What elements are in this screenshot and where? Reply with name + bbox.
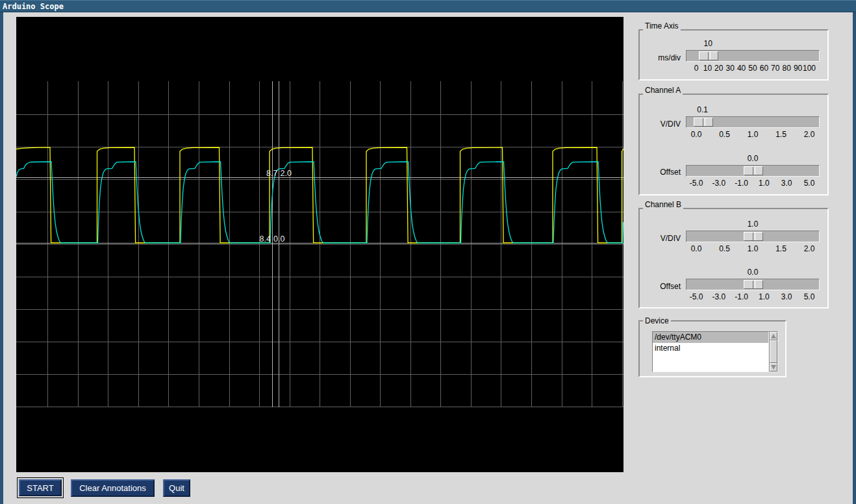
device-scrollbar[interactable] <box>769 331 778 372</box>
ms-div-label: ms/div <box>616 53 681 62</box>
window-titlebar[interactable]: Arduino Scope <box>0 0 856 12</box>
slider-value: 10 <box>704 39 712 48</box>
handle-ridge-icon <box>753 167 755 175</box>
start-button-focus-ring: START <box>17 477 64 498</box>
tick-label: 3.0 <box>781 179 792 188</box>
scrollbar-thumb[interactable] <box>770 340 777 363</box>
tick-label: 1.0 <box>748 130 759 139</box>
tick-label: 20 <box>714 64 723 73</box>
quit-button[interactable]: Quit <box>163 479 190 497</box>
slider-ticks: -5.0-3.0-1.01.03.05.0 <box>686 292 820 301</box>
tick-label: 1.5 <box>775 130 787 139</box>
scrollbar-up-arrow-icon[interactable] <box>770 332 777 340</box>
device-list-item[interactable]: /dev/ttyACM0 <box>653 332 768 343</box>
slider-trough[interactable] <box>686 116 820 128</box>
channel-b-vdiv-label: V/DIV <box>616 234 681 243</box>
tick-label: 5.0 <box>804 292 815 301</box>
time-axis-group-label: Time Axis <box>643 21 681 31</box>
slider-ticks: 0.00.51.01.52.0 <box>686 130 820 139</box>
channel-a-group-label: Channel A <box>643 86 683 95</box>
slider-trough[interactable] <box>686 165 820 177</box>
tick-label: 30 <box>726 64 735 73</box>
device-listbox[interactable]: /dev/ttyACM0internal <box>652 331 769 372</box>
tick-label: 1.0 <box>759 292 770 301</box>
tick-label: 0 <box>694 64 699 73</box>
tick-label: 10 <box>703 64 712 73</box>
svg-text:8.4: 8.4 <box>260 234 271 244</box>
slider-value: 0.0 <box>748 268 759 277</box>
slider-trough[interactable] <box>686 50 820 62</box>
svg-text:2.0: 2.0 <box>281 169 292 178</box>
slider-handle[interactable] <box>744 280 763 289</box>
channel-b-group-label: Channel B <box>643 200 683 209</box>
tick-label: 5.0 <box>804 179 815 188</box>
tick-label: -3.0 <box>712 292 725 301</box>
slider-value: 1.0 <box>748 220 759 229</box>
window-border-left <box>0 12 3 504</box>
handle-ridge-icon <box>708 52 711 60</box>
tick-label: -1.0 <box>735 179 748 188</box>
tick-label: 1.0 <box>748 244 759 253</box>
tick-label: 0.5 <box>719 244 730 253</box>
tick-label: 1.0 <box>759 179 770 188</box>
channel-a-vdiv-slider[interactable]: 0.1 0.00.51.01.52.0 <box>686 105 820 142</box>
svg-text:0.0: 0.0 <box>273 234 284 244</box>
channel-a-vdiv-label: V/DIV <box>616 120 681 129</box>
tick-label: 50 <box>748 64 757 73</box>
tick-label: 100 <box>803 64 816 73</box>
channel-b-vdiv-slider[interactable]: 1.0 0.00.51.01.52.0 <box>686 220 820 256</box>
tick-label: 1.5 <box>775 244 787 253</box>
tick-label: -5.0 <box>690 179 703 188</box>
device-list-item[interactable]: internal <box>653 343 768 354</box>
slider-ticks: 0102030405060708090100 <box>686 64 820 73</box>
tick-label: 70 <box>771 64 779 73</box>
slider-value: 0.0 <box>748 154 759 163</box>
tick-label: 0.0 <box>691 130 702 139</box>
tick-label: 80 <box>783 64 791 73</box>
slider-handle[interactable] <box>694 118 713 127</box>
slider-value: 0.1 <box>697 105 708 114</box>
window-title: Arduino Scope <box>3 2 64 11</box>
slider-ticks: 0.00.51.01.52.0 <box>686 244 820 253</box>
tick-label: -5.0 <box>690 292 703 301</box>
scope-svg: 8.72.08.40.0 <box>16 17 623 472</box>
handle-ridge-icon <box>703 118 705 126</box>
slider-trough[interactable] <box>686 279 820 290</box>
tick-label: 2.0 <box>804 130 815 139</box>
channel-a-offset-label: Offset <box>616 168 681 177</box>
window-border-right <box>853 12 856 504</box>
svg-text:8.7: 8.7 <box>266 169 277 178</box>
tick-label: 0.0 <box>691 244 702 253</box>
slider-trough[interactable] <box>686 231 820 242</box>
scope-display[interactable]: 8.72.08.40.0 <box>16 17 623 472</box>
tick-label: -1.0 <box>735 292 748 301</box>
channel-b-offset-slider[interactable]: 0.0 -5.0-3.0-1.01.03.05.0 <box>686 268 820 304</box>
scrollbar-down-arrow-icon[interactable] <box>770 363 777 372</box>
tick-label: 0.5 <box>719 130 730 139</box>
slider-ticks: -5.0-3.0-1.01.03.05.0 <box>686 179 820 188</box>
start-button[interactable]: START <box>19 479 62 496</box>
app-window: Arduino Scope 8.72.08.40.0 Time Axis ms/… <box>0 0 856 504</box>
tick-label: 90 <box>794 64 802 73</box>
tick-label: 40 <box>737 64 746 73</box>
handle-ridge-icon <box>753 281 755 288</box>
slider-handle[interactable] <box>699 51 718 60</box>
tick-label: 3.0 <box>781 292 792 301</box>
ms-div-slider[interactable]: 10 0102030405060708090100 <box>686 39 820 75</box>
tick-label: 2.0 <box>804 244 815 253</box>
slider-handle[interactable] <box>744 166 763 175</box>
handle-ridge-icon <box>753 233 755 240</box>
tick-label: -3.0 <box>712 179 725 188</box>
channel-a-offset-slider[interactable]: 0.0 -5.0-3.0-1.01.03.05.0 <box>686 154 820 190</box>
clear-annotations-button[interactable]: Clear Annotations <box>71 479 155 497</box>
slider-handle[interactable] <box>744 232 763 241</box>
tick-label: 60 <box>760 64 768 73</box>
channel-b-offset-label: Offset <box>616 282 681 291</box>
device-group-label: Device <box>643 316 671 325</box>
